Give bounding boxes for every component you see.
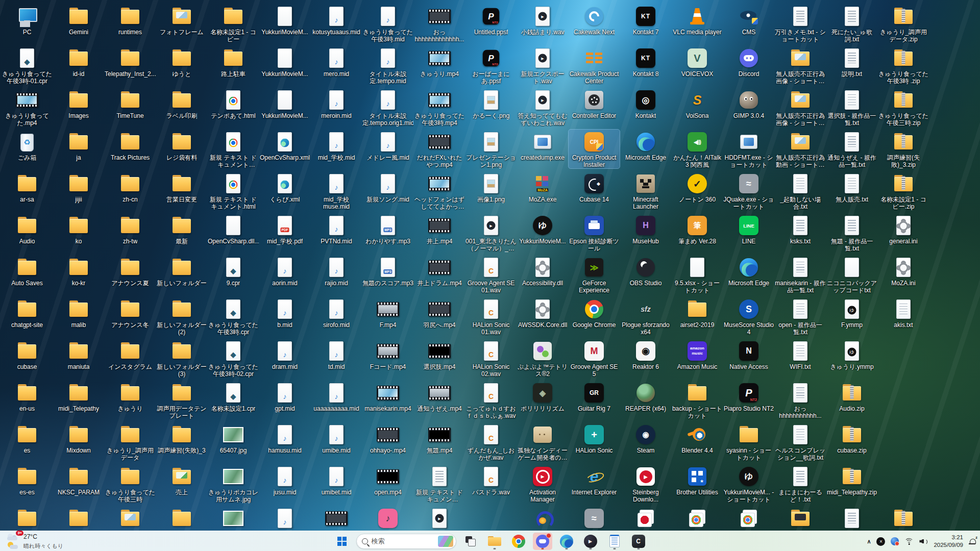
desktop-icon[interactable]: かるーく.png (465, 88, 517, 119)
desktop-icon[interactable]: Epson 接続診断ツール (569, 213, 620, 252)
desktop-icon[interactable]: ♪sirofo.mid (311, 297, 362, 329)
desktop-icon[interactable]: ◆きゅうり食ってた午後3時-01.cpr (2, 46, 53, 85)
desktop-icon[interactable]: Track Pictures (105, 130, 156, 161)
desktop-icon[interactable]: 筆筆まめ Ver.28 (672, 213, 723, 245)
desktop-icon[interactable]: ゆYukkuriMovieM... (517, 213, 568, 245)
desktop-icon[interactable]: es-es (2, 464, 53, 496)
desktop-icon[interactable]: syasinn - ショートカット (723, 422, 774, 461)
discord-button[interactable] (533, 533, 552, 550)
desktop-icon[interactable]: Microsoft Edge (620, 130, 671, 161)
desktop-icon[interactable] (156, 506, 207, 531)
desktop-icon[interactable]: SMuseScore Studio 4 (723, 297, 774, 336)
task-view-button[interactable] (461, 533, 480, 550)
desktop-icon[interactable]: OpenCvSharp.dll... (208, 213, 259, 245)
desktop-icon[interactable]: 調声用データテンプレート (156, 381, 207, 419)
desktop-icon[interactable]: OpenCvSharp.xml (259, 130, 310, 161)
desktop-icon[interactable]: ◈ポリリリリズム (517, 381, 568, 412)
desktop-icon[interactable]: 小銭詰まり.wav (517, 4, 568, 36)
desktop-icon[interactable]: ♪gpt.mid (259, 381, 310, 412)
desktop-icon[interactable]: MoZA.ini (878, 255, 929, 287)
desktop-icon[interactable]: ♪umibe.mid (311, 422, 362, 454)
desktop-icon[interactable] (311, 506, 362, 531)
desktop-icon[interactable]: ゆうと (156, 46, 207, 78)
desktop-icon[interactable]: おーばーまにあ.ppsf (465, 46, 517, 85)
desktop-icon[interactable]: Crypton Product Installer (569, 130, 620, 168)
desktop-icon[interactable]: インスタグラム (105, 339, 156, 370)
desktop-icon[interactable]: ヘッドフォンはずしててよかっt.mp4 (414, 171, 465, 210)
desktop-icon[interactable]: cubase.zip (826, 422, 877, 454)
desktop-icon[interactable]: 65407.jpg (208, 422, 259, 454)
desktop-icon[interactable]: 選択肢.mp4 (414, 339, 465, 370)
desktop-icon[interactable]: きゅうり食ってた午後3時 .zip (878, 46, 929, 85)
desktop-icon[interactable]: ◆きゅうり食ってた午後3時-02.cpr (208, 339, 259, 378)
desktop-icon[interactable]: YukkuriMovieM... (259, 46, 310, 78)
desktop-icon[interactable]: きゅうり.ymmp (826, 339, 877, 370)
desktop-icon[interactable]: Internet Explorer (569, 464, 620, 496)
desktop-icon[interactable]: WIFI.txt (775, 339, 826, 370)
desktop-icon[interactable]: CGroove Agent SE 01.wav (465, 255, 517, 294)
desktop-icon[interactable]: まにまにわーるど！.txt (775, 464, 826, 503)
desktop-icon[interactable]: きゅうり_調声用データ.zip (878, 4, 929, 43)
desktop-icon[interactable]: Audio.zip (826, 381, 877, 412)
desktop-icon[interactable]: midi_Telepathy (53, 381, 104, 412)
desktop-icon[interactable]: LINELINE (723, 213, 774, 245)
desktop-icon[interactable]: ksks.txt (775, 213, 826, 245)
desktop-icon[interactable]: 無題.mp4 (414, 422, 465, 454)
desktop-icon[interactable]: 孤独なインディーゲーム開発者の一生 ... (517, 422, 568, 461)
desktop-icon[interactable]: ♪aorin.mid (259, 255, 310, 287)
desktop-icon[interactable]: Cバスドラ.wav (465, 464, 517, 496)
desktop-icon[interactable]: Auto Saves (2, 255, 53, 287)
desktop-icon[interactable]: ♪jusu.mid (259, 464, 310, 496)
desktop-icon[interactable]: ♪kotusytuaaus.mid (311, 4, 362, 36)
edge-button[interactable] (557, 533, 576, 550)
desktop-icon[interactable]: backup - ショートカット (672, 381, 723, 419)
desktop-icon[interactable]: 無人販売不正行為画像 - ショートカット (775, 88, 826, 127)
desktop-icon[interactable]: ♪ (362, 506, 413, 531)
desktop-icon[interactable]: Controller Editor (569, 88, 620, 119)
desktop-icon[interactable]: Cこってゅｈｄすおｆｄｓｂふぁ.wav (465, 381, 517, 419)
desktop-icon[interactable]: くらび.xml (259, 171, 310, 203)
desktop-icon[interactable]: ≈JQuake.exe - ショートカット (723, 171, 774, 210)
desktop-icon[interactable]: ja (53, 130, 104, 161)
wifi-icon[interactable] (904, 538, 914, 545)
desktop-icon[interactable]: テンポあて.html (208, 88, 259, 119)
desktop-icon[interactable]: きゅうり.mp4 (414, 46, 465, 78)
desktop-icon[interactable]: 答え知っててもむずいわこれ.wav (517, 88, 568, 127)
clock[interactable]: 3:21 2025/09/09 (934, 534, 963, 549)
desktop-icon[interactable]: Minecraft Launcher (620, 171, 671, 210)
desktop-icon[interactable]: 売上 (156, 464, 207, 496)
desktop-icon[interactable]: Activation Manager (517, 464, 568, 503)
desktop-icon[interactable]: CMS (723, 4, 774, 36)
desktop-icon[interactable]: 無人販売.txt (826, 171, 877, 203)
desktop-icon[interactable]: malib (53, 297, 104, 329)
start-button[interactable] (332, 533, 352, 550)
desktop-icon[interactable] (723, 506, 774, 531)
desktop-icon[interactable]: GeForce Experience (569, 255, 620, 294)
desktop-icon[interactable]: ♪MP3無題のスコア.mp3 (362, 255, 413, 287)
desktop-icon[interactable]: 名称未設定1 - コピー.zip (878, 171, 929, 210)
desktop-icon[interactable]: 通知うぜえ - 親作品一覧.txt (826, 130, 877, 168)
desktop-icon[interactable]: Gemini (53, 4, 104, 36)
desktop-icon[interactable]: きゅうり_調声用データ (105, 422, 156, 461)
desktop-icon[interactable]: 新しいフォルダー (2) (156, 297, 207, 336)
desktop-icon[interactable]: ♪hamusu.mid (259, 422, 310, 454)
desktop-icon[interactable]: ♪uaaaaaaaaa.mid (311, 381, 362, 412)
desktop-icon[interactable]: manisekarin - 親作品一覧.txt (775, 255, 826, 294)
desktop-icon[interactable]: ≈ (569, 506, 620, 531)
desktop-icon[interactable]: ar-sa (2, 171, 53, 203)
desktop-icon[interactable]: ゆYukkuriMovieM... - ショートカット (723, 464, 774, 503)
desktop-icon[interactable]: ニコニコバックアップコードtxt (826, 255, 877, 294)
desktop-icon[interactable]: ◀)))かんたん！AITalk 3 関西風 (672, 130, 723, 168)
desktop-icon[interactable]: ♪td.mid (311, 339, 362, 370)
desktop-icon[interactable] (414, 506, 465, 531)
desktop-icon[interactable]: MGroove Agent SE 5 (569, 339, 620, 378)
desktop-icon[interactable]: ko (53, 213, 104, 245)
desktop-icon[interactable]: 001_東北きりたん（ノーマル）_今じゃ... (465, 213, 517, 252)
desktop-icon[interactable]: Cakewalk Product Center (569, 46, 620, 85)
desktop-icon[interactable]: amazon musicAmazon Music (672, 339, 723, 370)
desktop-icon[interactable]: Google Chrome (569, 297, 620, 329)
desktop-icon[interactable]: ohhayo-.mp4 (362, 422, 413, 454)
desktop-icon[interactable]: 説明.txt (826, 46, 877, 78)
desktop-icon[interactable]: ko-kr (53, 255, 104, 287)
desktop-icon[interactable]: Untitled.ppsf (465, 4, 517, 36)
